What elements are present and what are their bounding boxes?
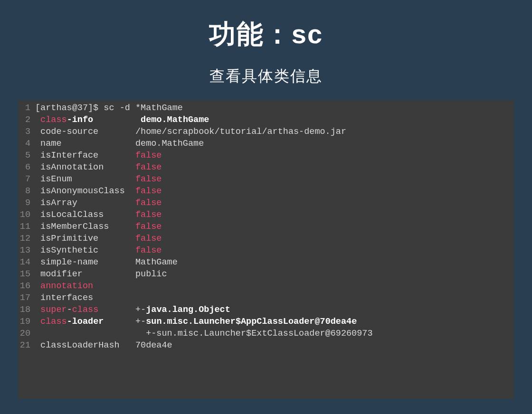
code-line: 20 +-sun.misc.Launcher$ExtClassLoader@69… <box>18 328 514 339</box>
code-line: 11 isMemberClass false <box>18 221 514 233</box>
line-number: 5 <box>18 150 35 161</box>
code-content: isArray false <box>35 197 162 209</box>
line-number: 1 <box>18 102 35 114</box>
code-content: isSynthetic false <box>35 245 162 256</box>
code-content: +-sun.misc.Launcher$ExtClassLoader@69260… <box>35 328 373 339</box>
code-line: 17 interfaces <box>18 292 514 304</box>
code-content: class-info demo.MathGame <box>35 114 209 126</box>
code-content: simple-name MathGame <box>35 256 178 268</box>
line-number: 13 <box>18 245 35 256</box>
code-line: 2 class-info demo.MathGame <box>18 114 514 126</box>
code-content: [arthas@37]$ sc -d *MathGame <box>35 102 183 114</box>
code-content: isEnum false <box>35 173 162 185</box>
code-line: 18 super-class +-java.lang.Object <box>18 304 514 316</box>
code-line: 1[arthas@37]$ sc -d *MathGame <box>18 102 514 114</box>
line-number: 18 <box>18 304 35 316</box>
code-line: 8 isAnonymousClass false <box>18 185 514 197</box>
line-number: 15 <box>18 268 35 280</box>
code-line: 19 class-loader +-sun.misc.Launcher$AppC… <box>18 316 514 328</box>
code-line: 21 classLoaderHash 70dea4e <box>18 339 514 351</box>
code-content: annotation <box>35 280 93 292</box>
code-line: 9 isArray false <box>18 197 514 209</box>
code-content: isInterface false <box>35 150 162 161</box>
line-number: 9 <box>18 197 35 209</box>
line-number: 2 <box>18 114 35 126</box>
code-line: 7 isEnum false <box>18 173 514 185</box>
line-number: 3 <box>18 126 35 138</box>
line-number: 17 <box>18 292 35 304</box>
code-content: classLoaderHash 70dea4e <box>35 339 172 351</box>
line-number: 4 <box>18 138 35 150</box>
line-number: 19 <box>18 316 35 328</box>
line-number: 14 <box>18 256 35 268</box>
page-subtitle: 查看具体类信息 <box>0 66 532 87</box>
code-line: 12 isPrimitive false <box>18 233 514 245</box>
code-content: class-loader +-sun.misc.Launcher$AppClas… <box>35 316 357 328</box>
code-content: isAnnotation false <box>35 161 162 173</box>
code-content: isLocalClass false <box>35 209 162 221</box>
line-number: 12 <box>18 233 35 245</box>
code-line: 13 isSynthetic false <box>18 245 514 256</box>
line-number: 21 <box>18 339 35 351</box>
line-number: 6 <box>18 161 35 173</box>
code-line: 6 isAnnotation false <box>18 161 514 173</box>
code-content: modifier public <box>35 268 167 280</box>
code-content: code-source /home/scrapbook/tutorial/art… <box>35 126 346 138</box>
code-line: 3 code-source /home/scrapbook/tutorial/a… <box>18 126 514 138</box>
code-content: isMemberClass false <box>35 221 162 233</box>
code-content: interfaces <box>35 292 93 304</box>
line-number: 16 <box>18 280 35 292</box>
line-number: 11 <box>18 221 35 233</box>
line-number: 7 <box>18 173 35 185</box>
line-number: 8 <box>18 185 35 197</box>
code-block: 1[arthas@37]$ sc -d *MathGame2 class-inf… <box>18 100 514 399</box>
code-line: 16 annotation <box>18 280 514 292</box>
code-content: isPrimitive false <box>35 233 162 245</box>
code-line: 10 isLocalClass false <box>18 209 514 221</box>
code-content: name demo.MathGame <box>35 138 204 150</box>
code-line: 4 name demo.MathGame <box>18 138 514 150</box>
code-line: 14 simple-name MathGame <box>18 256 514 268</box>
code-line: 15 modifier public <box>18 268 514 280</box>
page-title: 功能：sc <box>0 17 532 53</box>
code-content: isAnonymousClass false <box>35 185 162 197</box>
code-line: 5 isInterface false <box>18 150 514 161</box>
code-content: super-class +-java.lang.Object <box>35 304 230 316</box>
slide: 功能：sc 查看具体类信息 1[arthas@37]$ sc -d *MathG… <box>0 0 532 414</box>
line-number: 20 <box>18 328 35 339</box>
line-number: 10 <box>18 209 35 221</box>
